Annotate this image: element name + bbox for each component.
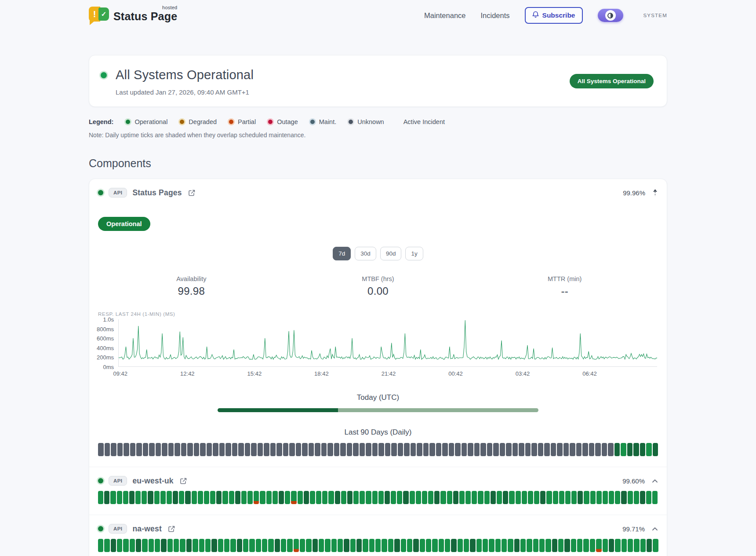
range-button-30d[interactable]: 30d xyxy=(355,247,376,260)
uptime-tick[interactable] xyxy=(347,491,353,504)
uptime-tick[interactable] xyxy=(634,491,639,504)
uptime-tick[interactable] xyxy=(621,491,626,504)
uptime-tick[interactable] xyxy=(484,491,490,504)
uptime-tick[interactable] xyxy=(447,491,452,504)
uptime-tick[interactable] xyxy=(366,443,371,456)
uptime-tick[interactable] xyxy=(104,539,109,552)
uptime-tick[interactable] xyxy=(213,443,218,456)
uptime-tick[interactable] xyxy=(423,443,429,456)
uptime-tick[interactable] xyxy=(595,443,601,456)
uptime-tick[interactable] xyxy=(596,491,602,504)
range-button-90d[interactable]: 90d xyxy=(380,247,402,260)
uptime-tick[interactable] xyxy=(260,491,265,504)
uptime-tick[interactable] xyxy=(476,539,482,552)
subscribe-button[interactable]: Subscribe xyxy=(525,7,583,24)
uptime-tick[interactable] xyxy=(404,443,410,456)
uptime-tick[interactable] xyxy=(111,443,116,456)
uptime-tick[interactable] xyxy=(245,443,251,456)
uptime-tick[interactable] xyxy=(193,539,198,552)
uptime-tick[interactable] xyxy=(372,443,378,456)
uptime-tick[interactable] xyxy=(291,491,296,504)
uptime-tick[interactable] xyxy=(465,491,471,504)
uptime-tick[interactable] xyxy=(322,491,327,504)
uptime-tick[interactable] xyxy=(622,539,627,552)
uptime-tick[interactable] xyxy=(416,491,421,504)
uptime-tick[interactable] xyxy=(111,539,116,552)
uptime-tick[interactable] xyxy=(516,491,521,504)
uptime-tick[interactable] xyxy=(634,539,639,552)
uptime-tick[interactable] xyxy=(287,539,292,552)
uptime-tick[interactable] xyxy=(117,443,123,456)
uptime-tick[interactable] xyxy=(571,491,577,504)
uptime-tick[interactable] xyxy=(432,539,437,552)
uptime-tick[interactable] xyxy=(123,491,128,504)
uptime-tick[interactable] xyxy=(285,491,290,504)
uptime-tick[interactable] xyxy=(539,539,545,552)
uptime-tick[interactable] xyxy=(366,491,371,504)
uptime-tick[interactable] xyxy=(270,443,276,456)
collapse-arrow-icon[interactable] xyxy=(652,189,658,197)
uptime-tick[interactable] xyxy=(136,443,142,456)
uptime-tick[interactable] xyxy=(266,491,272,504)
uptime-tick[interactable] xyxy=(162,443,167,456)
uptime-tick[interactable] xyxy=(420,539,425,552)
uptime-tick[interactable] xyxy=(130,443,136,456)
uptime-tick[interactable] xyxy=(276,443,282,456)
uptime-tick[interactable] xyxy=(375,539,381,552)
uptime-tick[interactable] xyxy=(429,443,435,456)
uptime-tick[interactable] xyxy=(331,539,337,552)
uptime-tick[interactable] xyxy=(302,443,308,456)
uptime-tick[interactable] xyxy=(173,491,178,504)
uptime-tick[interactable] xyxy=(584,491,589,504)
uptime-tick[interactable] xyxy=(154,491,160,504)
uptime-tick[interactable] xyxy=(506,443,512,456)
uptime-tick[interactable] xyxy=(428,491,433,504)
uptime-tick[interactable] xyxy=(449,443,454,456)
uptime-tick[interactable] xyxy=(350,539,356,552)
uptime-tick[interactable] xyxy=(232,443,238,456)
uptime-tick[interactable] xyxy=(356,539,362,552)
uptime-tick[interactable] xyxy=(525,443,531,456)
uptime-tick[interactable] xyxy=(397,491,402,504)
uptime-tick[interactable] xyxy=(251,443,257,456)
uptime-tick[interactable] xyxy=(410,491,415,504)
uptime-tick[interactable] xyxy=(192,491,197,504)
uptime-tick[interactable] xyxy=(219,443,225,456)
uptime-tick[interactable] xyxy=(512,443,518,456)
external-link-icon[interactable] xyxy=(168,525,175,533)
uptime-tick[interactable] xyxy=(335,491,340,504)
uptime-tick[interactable] xyxy=(546,491,552,504)
uptime-tick[interactable] xyxy=(652,491,658,504)
uptime-tick[interactable] xyxy=(391,443,397,456)
uptime-tick[interactable] xyxy=(472,491,477,504)
uptime-tick[interactable] xyxy=(155,539,160,552)
uptime-tick[interactable] xyxy=(161,539,166,552)
uptime-tick[interactable] xyxy=(327,443,333,456)
uptime-tick[interactable] xyxy=(104,491,109,504)
uptime-tick[interactable] xyxy=(256,539,261,552)
uptime-tick[interactable] xyxy=(564,539,570,552)
uptime-tick[interactable] xyxy=(363,539,368,552)
uptime-tick[interactable] xyxy=(296,443,302,456)
uptime-tick[interactable] xyxy=(105,443,110,456)
uptime-tick[interactable] xyxy=(474,443,480,456)
uptime-tick[interactable] xyxy=(316,491,321,504)
uptime-tick[interactable] xyxy=(590,491,596,504)
uptime-tick[interactable] xyxy=(426,539,431,552)
uptime-tick[interactable] xyxy=(439,539,444,552)
uptime-tick[interactable] xyxy=(615,491,620,504)
uptime-tick[interactable] xyxy=(185,491,190,504)
uptime-tick[interactable] xyxy=(315,443,320,456)
nav-maintenance[interactable]: Maintenance xyxy=(424,11,465,20)
uptime-tick[interactable] xyxy=(279,491,284,504)
uptime-tick[interactable] xyxy=(238,443,244,456)
uptime-tick[interactable] xyxy=(198,491,203,504)
uptime-tick[interactable] xyxy=(117,491,122,504)
uptime-tick[interactable] xyxy=(553,491,558,504)
uptime-tick[interactable] xyxy=(570,443,575,456)
uptime-tick[interactable] xyxy=(254,491,259,504)
uptime-tick[interactable] xyxy=(391,491,396,504)
uptime-tick[interactable] xyxy=(628,539,633,552)
uptime-tick[interactable] xyxy=(489,539,494,552)
uptime-tick[interactable] xyxy=(328,491,334,504)
